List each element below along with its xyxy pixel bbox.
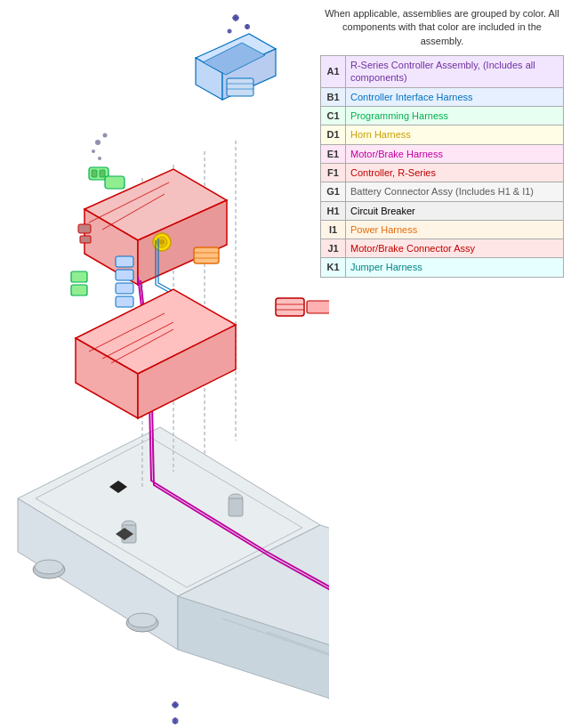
- legend-row: B1Controller Interface Harness: [321, 87, 564, 106]
- legend-code: G1: [321, 182, 346, 201]
- svg-rect-65: [194, 247, 219, 263]
- legend-desc: Power Harness: [346, 220, 564, 239]
- legend-intro: When applicable, assemblies are grouped …: [320, 7, 564, 48]
- svg-rect-34: [227, 78, 253, 96]
- main-container: When applicable, assemblies are grouped …: [0, 0, 571, 728]
- svg-point-85: [98, 157, 101, 160]
- legend-row: D1Horn Harness: [321, 125, 564, 144]
- legend-code: K1: [321, 258, 346, 277]
- svg-point-56: [159, 239, 165, 245]
- legend-row: F1Controller, R-Series: [321, 163, 564, 182]
- legend-row: C1Programming Harness: [321, 107, 564, 125]
- svg-rect-52: [71, 271, 87, 282]
- legend-desc: Circuit Breaker: [346, 201, 564, 220]
- legend-desc: Horn Harness: [346, 125, 564, 144]
- legend-code: F1: [321, 163, 346, 182]
- svg-rect-29: [80, 236, 91, 243]
- svg-rect-64: [116, 296, 133, 307]
- svg-point-13: [128, 613, 157, 627]
- svg-point-42: [228, 29, 232, 34]
- legend-desc: Motor/Brake Connector Assy: [346, 239, 564, 258]
- svg-rect-51: [105, 176, 125, 189]
- legend-desc: Controller Interface Harness: [346, 87, 564, 106]
- legend-row: K1Jumper Harness: [321, 258, 564, 277]
- legend-row: E1Motor/Brake Harness: [321, 144, 564, 163]
- legend-code: E1: [321, 144, 346, 163]
- legend-desc: Jumper Harness: [346, 258, 564, 277]
- svg-rect-69: [307, 301, 329, 313]
- legend-row: H1Circuit Breaker: [321, 201, 564, 220]
- legend-desc: R-Series Controller Assembly, (Includes …: [346, 56, 564, 88]
- diagram-area: [0, 0, 329, 728]
- legend-code: H1: [321, 201, 346, 220]
- svg-rect-63: [116, 283, 133, 294]
- legend-row: I1Power Harness: [321, 220, 564, 239]
- legend-panel: When applicable, assemblies are grouped …: [313, 0, 571, 285]
- svg-point-9: [35, 560, 63, 574]
- legend-row: G1Battery Connector Assy (Includes H1 & …: [321, 182, 564, 201]
- legend-desc: Controller, R-Series: [346, 163, 564, 182]
- legend-desc: Motor/Brake Harness: [346, 144, 564, 163]
- legend-code: B1: [321, 87, 346, 106]
- svg-rect-49: [92, 170, 97, 177]
- legend-desc: Programming Harness: [346, 107, 564, 125]
- svg-point-83: [103, 133, 108, 138]
- legend-row: A1R-Series Controller Assembly, (Include…: [321, 56, 564, 88]
- legend-desc: Battery Connector Assy (Includes H1 & I1…: [346, 182, 564, 201]
- svg-rect-53: [71, 285, 87, 295]
- svg-rect-28: [78, 224, 91, 233]
- legend-code: D1: [321, 125, 346, 144]
- legend-row: J1Motor/Brake Connector Assy: [321, 239, 564, 258]
- svg-point-82: [95, 140, 101, 145]
- svg-rect-15: [229, 498, 243, 516]
- svg-point-84: [92, 150, 95, 153]
- legend-code: J1: [321, 239, 346, 258]
- svg-rect-68: [276, 298, 304, 316]
- legend-code: A1: [321, 56, 346, 88]
- legend-table: A1R-Series Controller Assembly, (Include…: [320, 55, 564, 278]
- svg-rect-50: [100, 170, 105, 177]
- svg-rect-61: [116, 256, 133, 267]
- legend-code: I1: [321, 220, 346, 239]
- svg-rect-62: [116, 270, 133, 280]
- legend-code: C1: [321, 107, 346, 125]
- exploded-diagram: [0, 0, 329, 728]
